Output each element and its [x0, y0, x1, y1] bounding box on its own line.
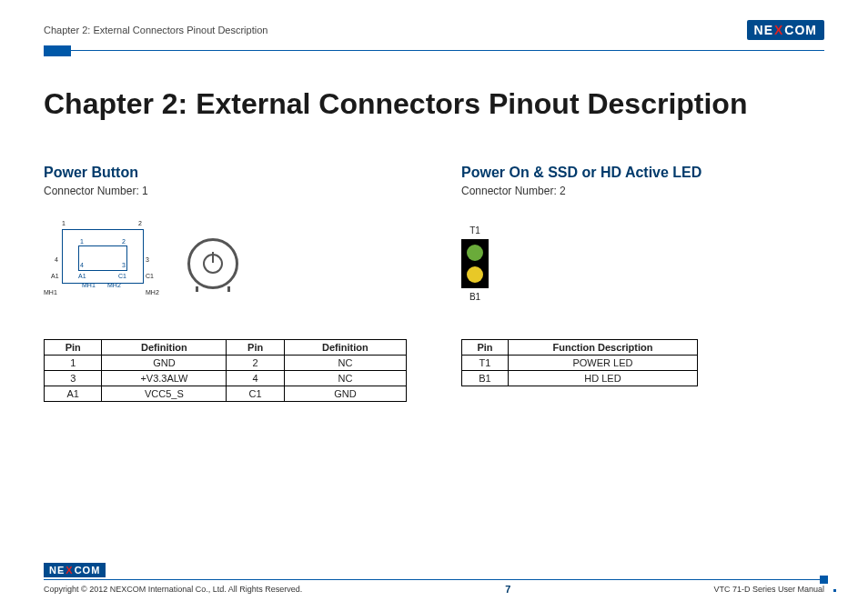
copyright-text: Copyright © 2012 NEXCOM International Co…	[44, 585, 302, 594]
led-diagram: T1 B1	[461, 225, 489, 302]
table-row: 3 +V3.3ALW 4 NC	[45, 371, 407, 386]
section-heading: Power On & SSD or HD Active LED	[461, 165, 824, 181]
table-row: B1 HD LED	[462, 371, 698, 386]
power-button-pinout-table: Pin Definition Pin Definition 1 GND 2 NC…	[44, 339, 407, 402]
section-power-on-led: Power On & SSD or HD Active LED Connecto…	[461, 165, 824, 402]
page-header: Chapter 2: External Connectors Pinout De…	[44, 20, 824, 40]
table-row: A1 VCC5_S C1 GND	[45, 386, 407, 402]
table-row: T1 POWER LED	[462, 356, 698, 371]
breadcrumb: Chapter 2: External Connectors Pinout De…	[44, 25, 267, 35]
brand-logo: NEXCOM	[747, 20, 824, 40]
table-row: 1 GND 2 NC	[45, 356, 407, 371]
header-rule	[44, 45, 824, 56]
page-footer: NEXCOM Copyright © 2012 NEXCOM Internati…	[44, 561, 824, 595]
footer-brand-logo: NEXCOM	[44, 563, 106, 577]
section-heading: Power Button	[44, 165, 407, 181]
power-led-green-icon	[467, 245, 483, 261]
connector-number: Connector Number: 2	[461, 185, 824, 197]
led-pinout-table: Pin Function Description T1 POWER LED B1…	[461, 339, 698, 386]
page-number: 7	[505, 584, 510, 595]
manual-name: VTC 71-D Series User Manual	[713, 585, 824, 594]
hd-led-yellow-icon	[467, 266, 483, 283]
section-power-button: Power Button Connector Number: 1 1 2 4 3…	[44, 165, 407, 402]
page-title: Chapter 2: External Connectors Pinout De…	[44, 87, 824, 121]
power-button-icon	[187, 238, 238, 289]
connector-number: Connector Number: 1	[44, 185, 407, 197]
power-symbol-icon	[203, 254, 223, 274]
power-button-pinout-diagram: 1 2 4 3 A1 C1 MH1 MH2 1 2 4 3 A1 C1 MH1 …	[44, 218, 162, 309]
